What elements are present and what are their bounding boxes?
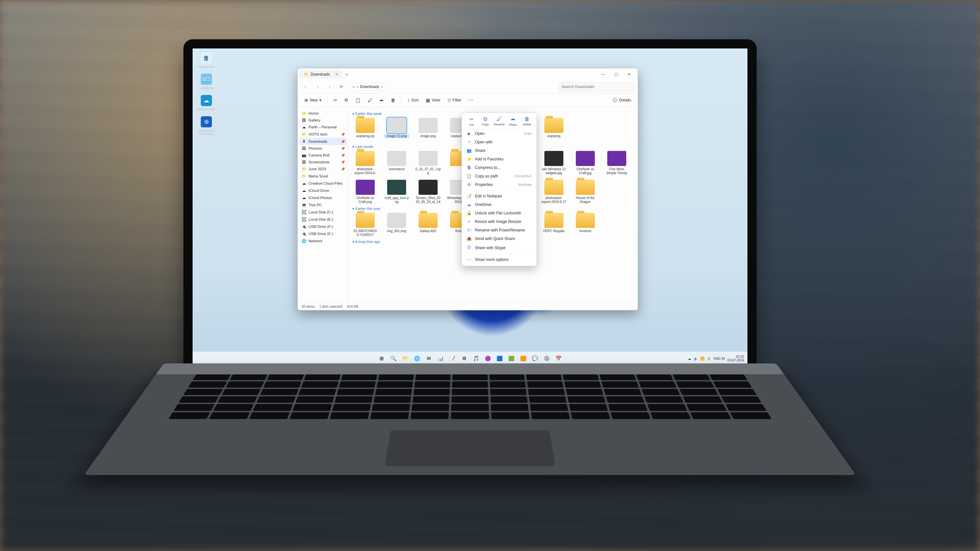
ctx-item[interactable]: 🏷 Rename with PowerRename (462, 226, 536, 234)
ctx-item[interactable]: ▶ Open Enter (462, 129, 536, 138)
file-item[interactable]: craft_app_icon.png (384, 180, 409, 204)
more-button[interactable]: ⋯ (466, 96, 476, 104)
ctx-item[interactable]: ⤢ Resize with Image Resizer (462, 218, 536, 226)
tray-icon[interactable]: ☁ (688, 357, 691, 360)
minimize-button[interactable]: — (597, 70, 609, 79)
delete-button[interactable]: 🗑 (388, 96, 398, 104)
back-button[interactable]: ← (302, 83, 310, 91)
ctx-cut-button[interactable]: ✂ Cut (465, 116, 477, 126)
file-item[interactable]: wujrqvng.zip (352, 118, 378, 142)
sidebar-item[interactable]: 📷 Camera Roll 📌 (300, 152, 347, 159)
share-button[interactable]: ➦ (377, 96, 386, 104)
sidebar-item[interactable]: ☁ iCloud Drive (300, 187, 347, 194)
breadcrumb[interactable]: ⌂ › Downloads › (349, 83, 387, 91)
file-item[interactable]: image.png (415, 118, 441, 142)
ctx-item[interactable]: 📝 Edit in Notepad (462, 192, 536, 200)
language-indicator[interactable]: ENG IN (713, 357, 724, 360)
new-button[interactable]: ⊕New▾ (302, 96, 324, 104)
cut-button[interactable]: ✂ (331, 96, 340, 104)
ctx-item[interactable]: ↗ Open with (462, 138, 536, 146)
taskbar-app[interactable]: 💬 (530, 354, 539, 363)
taskbar-app[interactable]: 🟦 (495, 354, 504, 363)
search-input[interactable] (558, 83, 634, 91)
sidebar-item[interactable]: ☁ iCloud Photos (300, 194, 347, 201)
refresh-button[interactable]: ⟳ (337, 83, 345, 91)
taskbar-app[interactable]: 🔍 (389, 354, 398, 363)
file-item[interactable]: OneNote vs Craft.jpg (573, 151, 598, 175)
file-item[interactable]: use Windows 11 widgets.jpg (541, 151, 566, 175)
ctx-copy-button[interactable]: ⧉ Copy (479, 116, 491, 126)
file-item[interactable]: image (1).png (384, 118, 409, 142)
tab-downloads[interactable]: 📁 Downloads ✕ (300, 70, 342, 79)
ctx-item[interactable]: ⚙ Properties Alt+Enter (462, 180, 536, 189)
filter-button[interactable]: ▽Filter (445, 96, 464, 104)
sidebar-item[interactable]: 💽 Local Disk (C:) (300, 208, 347, 216)
tray-icon[interactable]: 🔋 (707, 357, 711, 360)
sidebar-item[interactable]: 📁 XOTG tech 📌 (300, 131, 347, 138)
ctx-item[interactable]: 👥 Share (462, 146, 536, 155)
ctx-item[interactable]: 🗜 Compress to... (462, 164, 536, 172)
sidebar-item[interactable]: 🖼 Pictures 📌 (300, 145, 347, 152)
ctx-item[interactable]: ⭐ Add to Favorites (462, 155, 536, 164)
taskbar-app[interactable]: ⊞ (377, 354, 386, 363)
new-tab-button[interactable]: ＋ (344, 71, 350, 78)
sort-button[interactable]: ↕Sort (405, 96, 421, 104)
desktop-icon[interactable]: WS WebStorm (197, 74, 216, 89)
taskbar-app[interactable]: 🟣 (483, 354, 492, 363)
ctx-item[interactable]: Ⓢ Share with Skype (462, 243, 536, 252)
clock[interactable]: 03:3203-07-2024 (727, 355, 744, 362)
file-item[interactable]: 5_10_37_41...f.jpg (415, 151, 441, 175)
file-item[interactable]: OneNote vs Craft.png (352, 180, 378, 204)
close-button[interactable]: ✕ (623, 70, 636, 79)
sidebar-item[interactable]: ☁ Creative Cloud Files (300, 180, 347, 187)
sidebar-item[interactable]: ⭐ Home (300, 110, 347, 117)
sidebar-item[interactable]: 💽 Local Disk (E:) (300, 216, 347, 223)
paste-button[interactable]: 📋 (352, 96, 363, 104)
ctx-item[interactable]: 🔓 Unlock with File Locksmith (462, 209, 536, 218)
file-item[interactable]: photostack-export-2024-6-17 (541, 180, 566, 204)
tray-icon[interactable]: 🔈 (694, 357, 698, 360)
up-button[interactable]: ↑ (325, 83, 334, 91)
ctx-item[interactable]: 📤 Send with Quick Share (462, 234, 536, 243)
taskbar-app[interactable]: Ⓢ (542, 354, 551, 363)
ctx-rename-button[interactable]: 🖊 Rename (493, 116, 505, 126)
tray-icon[interactable]: 📶 (700, 357, 704, 360)
forward-button[interactable]: → (313, 83, 322, 91)
file-item[interactable]: House of the Dragon (573, 180, 598, 204)
taskbar-app[interactable]: 🌐 (412, 354, 422, 363)
titlebar[interactable]: 📁 Downloads ✕ ＋ — ▢ ✕ (298, 68, 638, 80)
file-item[interactable]: wujrqvng (541, 118, 566, 142)
file-item[interactable]: 01.SWITCHROID YUHOUT (352, 213, 378, 237)
sidebar-item[interactable]: 🌐 Network (300, 237, 347, 245)
sidebar-item[interactable]: 🔌 USB Drive (F:) (300, 230, 347, 237)
ctx-item[interactable]: ☁ OneDrive (462, 200, 536, 209)
file-item[interactable]: img_001.png (384, 213, 409, 237)
taskbar-app[interactable]: ✉ (424, 354, 433, 363)
search-box[interactable] (558, 83, 634, 91)
sidebar-item[interactable]: ⬇ Downloads 📌 (300, 138, 347, 145)
taskbar-app[interactable]: 🟩 (507, 354, 516, 363)
desktop-icon[interactable]: 🗑 Recycle Bin (197, 52, 216, 68)
details-button[interactable]: ⓘDetails (610, 96, 634, 105)
file-item[interactable]: onechance (384, 151, 409, 175)
sidebar-item[interactable]: 📁 June 2023 📌 (300, 165, 347, 173)
taskbar-app[interactable]: 📊 (436, 354, 445, 363)
file-item[interactable]: Invoices (573, 213, 598, 237)
sidebar-item[interactable]: 🖼 Gallery (300, 117, 347, 124)
copy-button[interactable]: ⧉ (342, 96, 350, 104)
sidebar-item[interactable]: 🔌 USB Drive (F:) (300, 223, 347, 230)
maximize-button[interactable]: ▢ (609, 70, 623, 79)
ctx-item[interactable]: ⋯ Show more options (462, 256, 536, 264)
view-button[interactable]: ▦View (423, 96, 443, 104)
sidebar-item[interactable]: 🖼 Screenshots 📌 (300, 159, 347, 165)
taskbar-app[interactable]: 🟧 (519, 354, 528, 363)
ctx-delete-button[interactable]: 🗑 Delete (521, 116, 533, 126)
context-menu[interactable]: ✂ Cut ⧉ Copy 🖊 Rename ➦ Share 🗑 Delete ▶… (461, 113, 537, 266)
taskbar-app[interactable]: 📝 (448, 354, 457, 363)
taskbar-app[interactable]: 📁 (401, 354, 410, 363)
file-item[interactable]: Five Neon Simple Trendy Versus Gaming Yo… (604, 151, 630, 175)
taskbar-app[interactable]: 📅 (554, 354, 563, 363)
taskbar-app[interactable]: 🎵 (471, 354, 480, 363)
file-item[interactable]: HDFC Regalia (541, 213, 566, 237)
file-item[interactable]: Galaxy A52 (415, 213, 441, 237)
